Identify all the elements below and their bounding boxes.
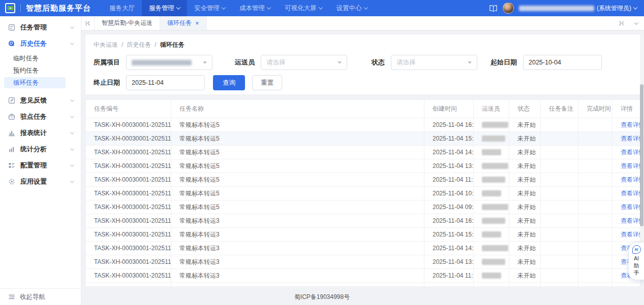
sidebar-item-feedback[interactable]: 意见反馈 <box>0 92 81 109</box>
status-cell: 未开始 <box>509 159 541 173</box>
select-caret-icon <box>203 61 207 64</box>
finished-time-cell <box>578 187 612 200</box>
search-button[interactable]: 查询 <box>213 75 245 90</box>
task-id-cell: TASK-XH-00030001-20251104-00007 <box>86 118 171 132</box>
view-detail-link[interactable]: 查看详情 <box>621 190 640 197</box>
created-time-cell: 2025-11-04 15:20 <box>424 228 474 242</box>
manual-book-icon[interactable] <box>489 5 498 12</box>
topnav-label: 服务管理 <box>149 4 174 13</box>
sidebar-item-app-settings[interactable]: 应用设置 <box>0 174 81 190</box>
task-name-cell: 常规标本转运5 <box>171 118 424 132</box>
courier-name-redacted <box>482 122 508 128</box>
start-date-input[interactable] <box>523 55 602 70</box>
task-name-cell: 常规标本转运3 <box>171 228 424 242</box>
app-logo-icon <box>5 3 15 13</box>
status-cell: 未开始 <box>509 269 541 283</box>
breadcrumb-central-transport[interactable]: 中央运送 <box>94 41 118 49</box>
courier-name-redacted <box>482 177 505 183</box>
view-detail-link[interactable]: 查看详情 <box>621 162 640 170</box>
status-cell: 未开始 <box>509 146 541 159</box>
created-time-cell: 2025-11-04 13:20 <box>424 159 474 173</box>
finished-time-cell <box>578 228 612 242</box>
user-avatar[interactable] <box>503 3 514 14</box>
ai-assistant-button[interactable]: AI AI 助 手 <box>628 242 644 280</box>
tab-central-transport[interactable]: 智慧后勤-中央运送 <box>95 16 160 30</box>
close-icon[interactable]: × <box>195 20 199 26</box>
page-footer: 蜀ICP备19034998号 <box>81 289 644 305</box>
select-caret-icon <box>468 61 472 64</box>
config-grid-icon <box>8 162 15 169</box>
status-select[interactable]: 请选择 <box>391 55 477 70</box>
view-detail-link[interactable]: 查看详情 <box>621 135 640 142</box>
chevron-down-icon <box>633 5 637 9</box>
partial-row <box>86 283 640 287</box>
finished-time-cell <box>578 118 612 132</box>
courier-cell <box>474 118 509 132</box>
topnav-visualization-screen[interactable]: 可视化大屏 <box>278 0 329 16</box>
vertical-scrollbar[interactable] <box>640 33 643 272</box>
created-time-cell: 2025-11-04 16:40 <box>424 118 474 132</box>
task-name-cell: 常规标本转运5 <box>171 159 424 173</box>
courier-cell <box>474 228 509 242</box>
breadcrumb-history-tasks[interactable]: 历史任务 <box>127 41 151 49</box>
col-task-name: 任务名称 <box>171 100 424 118</box>
view-detail-link[interactable]: 查看详情 <box>621 149 640 156</box>
view-detail-link[interactable]: 查看详情 <box>621 204 640 211</box>
sidebar-subitem-temporary-tasks[interactable]: 临时任务 <box>0 53 81 64</box>
chevron-down-icon <box>70 41 74 45</box>
task-name-cell: 常规标本转运5 <box>171 187 424 200</box>
view-detail-link[interactable]: 查看详情 <box>621 176 640 183</box>
app-window: 智慧后勤服务平台 服务大厅 服务管理 安全管理 成本管理 可视化大屏 设置中心 … <box>0 0 644 305</box>
topnav-settings-center[interactable]: 设置中心 <box>329 0 375 16</box>
project-select[interactable] <box>126 55 212 70</box>
sidebar-item-report-statistics[interactable]: 报表统计 <box>0 125 81 141</box>
end-date-input[interactable] <box>126 75 205 90</box>
courier-cell <box>474 255 509 269</box>
view-detail-link[interactable]: 查看详情 <box>621 231 640 238</box>
chevron-down-icon <box>222 5 226 9</box>
gear-icon <box>8 178 15 185</box>
sidebar-item-config-management[interactable]: 配置管理 <box>0 157 81 174</box>
finished-time-cell <box>578 132 612 146</box>
remark-cell <box>541 159 578 173</box>
view-detail-link[interactable]: 查看详情 <box>621 217 640 224</box>
table-row: TASK-XH-00030001-20251104-00006 常规标本转运5 … <box>86 132 640 146</box>
top-header-bar: 智慧后勤服务平台 服务大厅 服务管理 安全管理 成本管理 可视化大屏 设置中心 … <box>0 0 644 16</box>
sidebar-subitem-reserved-tasks[interactable]: 预约任务 <box>0 65 81 76</box>
sidebar: 任务管理 历史任务 临时任务 预约任务 循环任务 意见反馈 <box>0 16 81 305</box>
topnav-service-hall[interactable]: 服务大厅 <box>102 0 142 16</box>
filter-row-2: 终止日期 查询 重置 <box>94 75 632 90</box>
tabs-scroll-left-icon[interactable] <box>81 16 95 30</box>
table-row: TASK-XH-00030001-20251104-00003 常规标本转运5 … <box>86 173 640 187</box>
created-time-cell: 2025-11-04 15:20 <box>424 132 474 146</box>
user-role-label: (系统管理员) <box>597 4 631 13</box>
courier-cell <box>474 159 509 173</box>
sidebar-item-station-tasks[interactable]: 驻点任务 <box>0 109 81 125</box>
courier-name-redacted <box>482 231 501 238</box>
tab-label: 循环任务 <box>167 19 192 27</box>
top-navigation: 服务大厅 服务管理 安全管理 成本管理 可视化大屏 设置中心 <box>102 0 375 16</box>
topnav-label: 设置中心 <box>336 4 362 13</box>
courier-select[interactable]: 请选择 <box>261 55 347 70</box>
col-detail: 详情 <box>612 100 640 118</box>
tabs-menu-chevron-icon[interactable] <box>629 16 644 30</box>
sidebar-item-task-management[interactable]: 任务管理 <box>0 19 81 36</box>
reset-button[interactable]: 重置 <box>252 75 282 90</box>
task-id-cell: TASK-XH-00030001-20251104-00021 <box>86 214 171 228</box>
user-menu[interactable]: (系统管理员) <box>519 4 637 13</box>
topnav-safety-management[interactable]: 安全管理 <box>187 0 232 16</box>
courier-name-redacted <box>482 135 505 142</box>
sidebar-item-statistical-analysis[interactable]: 统计分析 <box>0 141 81 157</box>
view-detail-link[interactable]: 查看详情 <box>621 121 640 128</box>
tab-recurring-tasks[interactable]: 循环任务 × <box>160 16 207 30</box>
scrollbar-thumb[interactable] <box>640 84 643 226</box>
collapse-navigation-button[interactable]: 收起导航 <box>0 288 81 305</box>
detail-cell: 查看详情 <box>612 118 640 132</box>
topnav-service-management[interactable]: 服务管理 <box>142 0 187 16</box>
sidebar-subitem-recurring-tasks[interactable]: 循环任务 <box>4 77 66 88</box>
tabs-scroll-right-icon[interactable] <box>614 16 629 30</box>
detail-cell: 查看详情 <box>612 187 640 200</box>
topnav-cost-management[interactable]: 成本管理 <box>232 0 278 16</box>
sidebar-item-history-tasks[interactable]: 历史任务 <box>0 36 81 52</box>
task-management-icon <box>8 24 15 31</box>
